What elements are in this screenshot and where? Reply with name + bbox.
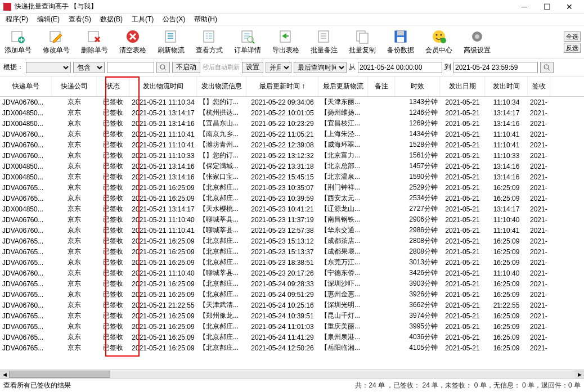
batchcopy-icon xyxy=(354,29,370,44)
search-icon xyxy=(543,64,550,71)
from-label: 从 xyxy=(349,62,356,72)
titlebar: 快递批量查询高手 【与我】 ─ ☐ ✕ xyxy=(0,0,584,13)
table-row[interactable]: JDVA06765...京东已签收2021-05-21 16:25:09【北京郝… xyxy=(0,257,584,268)
svg-point-17 xyxy=(436,34,438,36)
svg-rect-6 xyxy=(204,31,214,42)
edit-icon xyxy=(48,29,64,44)
table-row[interactable]: JDX004850...京东已签收2021-05-21 13:14:16【张家口… xyxy=(0,172,584,182)
maximize-button[interactable]: ☐ xyxy=(536,1,558,12)
table-row[interactable]: JDX004850...京东已签收2021-05-21 13:14:17【天水樱… xyxy=(0,204,584,214)
advset-button[interactable]: 高级设置 xyxy=(462,28,492,56)
member-button[interactable]: 会员中心 xyxy=(424,28,453,56)
viewmode-button[interactable]: 查看方式 xyxy=(195,28,224,56)
member-icon xyxy=(431,29,447,44)
table-row[interactable]: JDVA06765...京东已签收2021-05-21 16:25:09【北京郝… xyxy=(0,332,584,343)
table-row[interactable]: JDVA06765...京东已签收2021-05-21 16:25:09【北京郝… xyxy=(0,193,584,204)
table-row[interactable]: JDVA06765...京东已签收2021-05-21 16:25:09【郑州豫… xyxy=(0,310,584,321)
col-duration[interactable]: 时效 xyxy=(395,76,440,96)
table-row[interactable]: JDVA06765...京东已签收2021-05-21 16:25:09【北京郝… xyxy=(0,343,584,353)
settings-button[interactable]: 设置 xyxy=(242,62,263,73)
menubar: 程序(P) 编辑(E) 查看(S) 数据(B) 工具(T) 公告(X) 帮助(H… xyxy=(0,13,584,26)
scroll-thumb[interactable] xyxy=(9,371,110,378)
menu-program[interactable]: 程序(P) xyxy=(2,13,32,25)
app-icon xyxy=(3,3,11,11)
gear-icon xyxy=(469,29,485,44)
col-shiptime2[interactable]: 发出时间 xyxy=(485,76,528,96)
delete-button[interactable]: 删除单号 xyxy=(80,28,109,56)
latest-select[interactable]: 最后查询时间 xyxy=(294,62,347,73)
horizontal-scrollbar[interactable]: ◀ ▶ xyxy=(0,370,584,379)
search-button[interactable] xyxy=(156,62,170,73)
col-note[interactable]: 备注 xyxy=(368,76,395,96)
table-row[interactable]: JDVA06765...京东已签收2021-05-21 16:25:09【北京郝… xyxy=(0,246,584,257)
col-status[interactable]: 状态 xyxy=(97,76,129,96)
table-row[interactable]: JDX004850...京东已签收2021-05-21 13:14:16【宜昌东… xyxy=(0,118,584,129)
refresh-button[interactable]: 刷新物流 xyxy=(156,28,186,56)
delete-icon xyxy=(87,29,102,44)
menu-data[interactable]: 数据(B) xyxy=(97,13,126,25)
menu-tools[interactable]: 工具(T) xyxy=(128,13,157,25)
table-row[interactable]: JDVA06765...京东已签收2021-05-21 16:25:09【北京郝… xyxy=(0,182,584,193)
svg-rect-12 xyxy=(360,33,368,43)
table-row[interactable]: JDX004850...京东已签收2021-05-21 13:14:16【保定满… xyxy=(0,161,584,172)
col-signed[interactable]: 签收 xyxy=(528,76,550,96)
select-all-button[interactable]: 全选 xyxy=(564,31,581,42)
search-icon xyxy=(160,64,167,71)
add-icon xyxy=(10,29,26,44)
filter-input[interactable] xyxy=(107,62,154,73)
export-button[interactable]: 导出表格 xyxy=(271,28,300,56)
table-row[interactable]: JDVA06765...京东已签收2021-05-21 16:25:09【北京郝… xyxy=(0,289,584,300)
col-shipdate[interactable]: 发出日期 xyxy=(440,76,485,96)
invert-select-button[interactable]: 反选 xyxy=(564,43,581,53)
col-shiptime[interactable]: 发出物流时间 xyxy=(129,76,197,96)
close-button[interactable]: ✕ xyxy=(558,1,581,12)
menu-edit[interactable]: 编辑(E) xyxy=(34,13,63,25)
table-row[interactable]: JDVA06765...京东已签收2021-05-21 16:25:09【北京郝… xyxy=(0,321,584,332)
table-row[interactable]: JDX004850...京东已签收2021-05-21 13:14:17【杭州拱… xyxy=(0,107,584,118)
batchnote-button[interactable]: 批量备注 xyxy=(309,28,339,56)
scroll-left-arrow[interactable]: ◀ xyxy=(0,370,9,379)
statusbar: 查看所有已签收的结果 共：24 单 ，已签收： 24 单，未签收： 0 单，无信… xyxy=(0,379,584,392)
col-shipinfo[interactable]: 发出物流信息 xyxy=(197,76,246,96)
disabled-button[interactable]: 不启动 xyxy=(172,62,200,73)
menu-help[interactable]: 帮助(H) xyxy=(191,13,221,25)
col-id[interactable]: 快递单号 xyxy=(0,76,52,96)
toolbar: 添加单号 修改单号 删除单号 清空表格 刷新物流 查看方式 订单详情 导出表格 … xyxy=(0,26,584,58)
menu-view[interactable]: 查看(S) xyxy=(65,13,95,25)
backup-button[interactable]: 备份数据 xyxy=(386,28,415,56)
table-row[interactable]: JDVA06760...京东已签收2021-05-21 11:10:41【聊城莘… xyxy=(0,225,584,236)
table-row[interactable]: JDVA06760...京东已签收2021-05-21 11:10:40【聊城莘… xyxy=(0,214,584,225)
basis-select[interactable] xyxy=(26,62,71,73)
col-company[interactable]: 快递公司 xyxy=(52,76,97,96)
and-select[interactable]: 并且 xyxy=(266,62,291,73)
table-row[interactable]: JDVA06760...京东已签收2021-05-21 11:10:40【聊城莘… xyxy=(0,268,584,278)
scroll-right-arrow[interactable]: ▶ xyxy=(575,370,584,379)
svg-point-22 xyxy=(160,65,165,69)
table-row[interactable]: JDVA06765...京东已签收2021-05-21 16:25:09【北京郝… xyxy=(0,278,584,289)
table-row[interactable]: JDVA06760...京东已签收2021-05-21 11:10:41【南京九… xyxy=(0,129,584,139)
table-row[interactable]: JDVA06760...京东已签收2021-05-21 11:10:33【】您的… xyxy=(0,150,584,161)
menu-notice[interactable]: 公告(X) xyxy=(159,13,188,25)
table-row[interactable]: JDVA06760...京东已签收2021-05-21 21:22:55【天津武… xyxy=(0,300,584,310)
window-title: 快递批量查询高手 【与我】 xyxy=(15,2,513,11)
add-button[interactable]: 添加单号 xyxy=(3,28,33,56)
clear-icon xyxy=(125,29,141,44)
contains-select[interactable]: 包含 xyxy=(73,62,105,73)
status-left: 查看所有已签收的结果 xyxy=(3,381,355,390)
search-date-button[interactable] xyxy=(540,62,554,73)
detail-button[interactable]: 订单详情 xyxy=(233,28,262,56)
detail-icon xyxy=(240,29,255,44)
basis-label: 根据： xyxy=(3,62,24,72)
col-updateinfo[interactable]: 最后更新物流 xyxy=(318,76,368,96)
data-grid: 快递单号 快递公司 状态 发出物流时间 发出物流信息 最后更新时间 ↑ 最后更新… xyxy=(0,76,584,370)
edit-button[interactable]: 修改单号 xyxy=(42,28,71,56)
table-row[interactable]: JDVA06760...京东已签收2021-05-21 11:10:41【潍坊青… xyxy=(0,139,584,150)
batchcopy-button[interactable]: 批量复制 xyxy=(348,28,377,56)
minimize-button[interactable]: ─ xyxy=(513,1,536,12)
date-from-input[interactable] xyxy=(358,62,442,73)
clear-button[interactable]: 清空表格 xyxy=(118,28,147,56)
table-row[interactable]: JDVA06765...京东已签收2021-05-21 16:25:09【北京郝… xyxy=(0,236,584,246)
table-row[interactable]: JDVA06760...京东已签收2021-05-21 11:10:34【】您的… xyxy=(0,97,584,107)
date-to-input[interactable] xyxy=(453,62,538,73)
col-updatetime[interactable]: 最后更新时间 ↑ xyxy=(246,76,318,96)
